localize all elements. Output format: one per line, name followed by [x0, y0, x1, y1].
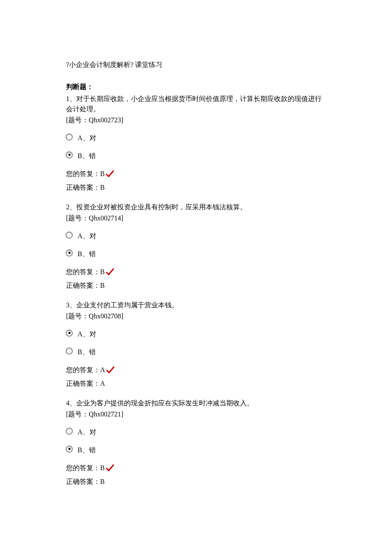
correct-answer-line: 正确答案：B: [66, 280, 326, 291]
option-row: A、对: [66, 228, 326, 241]
section-header: 判断题：: [66, 82, 326, 92]
radio-input[interactable]: [66, 428, 72, 434]
option-label: A、对: [78, 228, 96, 241]
option-row: B、错: [66, 148, 326, 161]
question-id: [题号：Qhx002714]: [66, 213, 326, 223]
your-answer-text: 您的答复：B: [66, 267, 105, 277]
correct-answer-line: 正确答案：B: [66, 477, 326, 487]
questions-list: 1、对于长期应收款，小企业应当根据货币时间价值原理，计算长期应收款的现值进行会计…: [66, 94, 326, 487]
radio-input[interactable]: [66, 446, 72, 452]
question: 1、对于长期应收款，小企业应当根据货币时间价值原理，计算长期应收款的现值进行会计…: [66, 94, 326, 193]
question-text: 3、企业支付的工资均属于营业本钱。: [66, 300, 326, 310]
question-text: 4、企业为客户提供的现金折扣应在实际发生时冲减当期收入。: [66, 398, 326, 408]
page-container: ?小企业会计制度解析? 课堂练习 判断题： 1、对于长期应收款，小企业应当根据货…: [0, 0, 392, 555]
option-label: B、错: [78, 246, 96, 259]
your-answer-text: 您的答复：B: [66, 169, 105, 179]
your-answer-line: 您的答复：A: [66, 365, 326, 375]
question: 2、投资企业对被投资企业具有控制时，应采用本钱法核算。[题号：Qhx002714…: [66, 202, 326, 291]
check-icon: [106, 366, 115, 374]
option-label: B、错: [78, 344, 96, 357]
option-row: A、对: [66, 327, 326, 339]
question-id: [题号：Qhx002721]: [66, 409, 326, 419]
radio-input[interactable]: [66, 250, 72, 256]
radio-input[interactable]: [66, 134, 72, 140]
correct-answer-line: 正确答案：A: [66, 379, 326, 389]
your-answer-text: 您的答复：A: [66, 365, 105, 375]
your-answer-text: 您的答复：B: [66, 463, 105, 473]
radio-input[interactable]: [66, 330, 72, 336]
option-row: B、错: [66, 246, 326, 259]
question: 4、企业为客户提供的现金折扣应在实际发生时冲减当期收入。[题号：Qhx00272…: [66, 398, 326, 487]
question-text: 1、对于长期应收款，小企业应当根据货币时间价值原理，计算长期应收款的现值进行会计…: [66, 94, 326, 114]
your-answer-line: 您的答复：B: [66, 169, 326, 179]
option-label: A、对: [78, 327, 96, 339]
your-answer-line: 您的答复：B: [66, 267, 326, 277]
question-id: [题号：Qhx002723]: [66, 115, 326, 125]
radio-input[interactable]: [66, 348, 72, 354]
your-answer-line: 您的答复：B: [66, 463, 326, 473]
radio-input[interactable]: [66, 152, 72, 158]
question-text: 2、投资企业对被投资企业具有控制时，应采用本钱法核算。: [66, 202, 326, 212]
check-icon: [106, 464, 114, 472]
question: 3、企业支付的工资均属于营业本钱。[题号：Qhx002708]A、对B、错您的答…: [66, 300, 326, 389]
correct-answer-line: 正确答案：B: [66, 182, 326, 193]
option-row: B、错: [66, 442, 326, 455]
check-icon: [106, 170, 114, 178]
radio-input[interactable]: [66, 232, 72, 238]
option-label: B、错: [78, 148, 96, 161]
check-icon: [106, 268, 114, 276]
option-label: A、对: [78, 130, 96, 143]
option-label: B、错: [78, 442, 96, 455]
question-id: [题号：Qhx002708]: [66, 311, 326, 321]
option-row: B、错: [66, 344, 326, 357]
option-label: A、对: [78, 425, 96, 437]
page-title: ?小企业会计制度解析? 课堂练习: [66, 60, 326, 70]
option-row: A、对: [66, 130, 326, 143]
option-row: A、对: [66, 425, 326, 437]
